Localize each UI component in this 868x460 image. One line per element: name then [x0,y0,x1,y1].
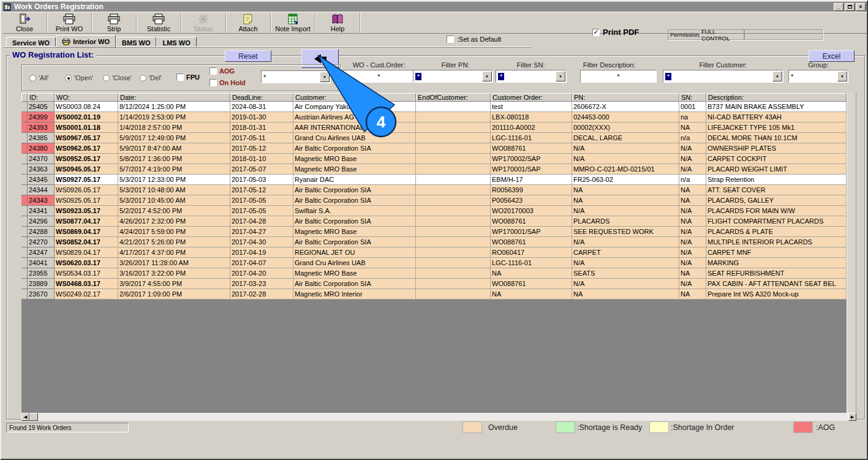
col-header-desc[interactable]: Description: [706,93,847,102]
col-header-end_customer[interactable]: EndOfCustomer: [416,93,491,102]
set-as-default-checkbox[interactable] [447,36,454,43]
col-header-customer[interactable]: Customer: [293,93,416,102]
restore-button[interactable] [845,3,855,11]
group-filter-combobox[interactable]: *▼ [788,70,848,83]
table-row[interactable]: 24399WS0002.01.191/14/2019 2:53:00 PM201… [21,112,856,123]
note-import-button[interactable]: Note Import [271,12,315,33]
radio-open[interactable] [65,75,72,81]
table-row[interactable]: 24341WS0923.05.175/2/2017 4:52:00 PM2017… [21,206,856,216]
cell-customer: Air Baltic Corporation SIA [293,216,416,227]
legend-swatch [556,421,575,433]
table-row[interactable]: 24270WS0852.04.174/21/2017 5:26:00 PM201… [21,237,856,247]
tab-bms-wo[interactable]: BMS WO [116,37,156,47]
cell-sn: NA [679,185,706,195]
cell-pn: N/A [572,279,679,289]
print-wo-button[interactable]: Print WO [47,12,92,33]
dropdown-arrow-icon[interactable]: ▼ [556,71,565,81]
filter-customer-combobox[interactable]: *▼ [663,70,783,83]
tab-service-wo[interactable]: Service WO [6,37,56,47]
vertical-scrollbar[interactable] [847,93,856,413]
strip-button[interactable]: Strip [92,12,137,33]
radio-close[interactable] [103,75,110,81]
table-row[interactable]: 24343WS0925.05.175/3/2017 10:45:00 AM201… [21,195,856,206]
quick-filter-combobox[interactable]: * ▼ [261,70,331,83]
col-header-id[interactable]: ID: [28,93,55,102]
dropdown-arrow-icon[interactable]: ▼ [482,71,492,81]
table-row[interactable]: 24296WS0877.04.174/26/2017 2:32:00 PM201… [21,216,856,227]
scroll-left-icon[interactable]: ◀ [21,413,29,421]
table-row[interactable]: 24288WS0869.04.174/24/2017 5:59:00 PM201… [21,227,856,237]
dropdown-arrow-icon[interactable]: ▼ [320,72,330,82]
horizontal-scrollbar[interactable]: ◀ ▶ [21,413,856,421]
minimize-button[interactable]: _ [834,3,843,11]
scroll-right-icon[interactable]: ▶ [848,413,856,421]
scrollbar-thumb[interactable] [29,413,38,421]
col-header-deadline[interactable]: DeadLine: [230,93,293,102]
table-row[interactable]: 24363WS0945.05.175/7/2017 4:19:00 PM2017… [21,164,856,175]
cell-pn: N/A [572,154,679,164]
table-row[interactable]: 24380WS0962.05.175/9/2017 8:47:00 AM2017… [21,143,856,154]
table-row[interactable]: 23955WS0534.03.173/16/2017 3:22:00 PM201… [21,268,856,279]
help-button[interactable]: Help [315,12,360,33]
filter-description-input[interactable]: * [580,70,657,83]
cell-deadline: 2018-01-31 [230,123,293,133]
fpu-checkbox[interactable] [176,74,184,81]
cell-wo: WS0952.05.17 [55,154,118,164]
col-header-pn[interactable]: PN: [572,93,679,102]
print-pdf-checkbox[interactable]: ✓ [592,29,600,36]
table-row[interactable]: 24345WS0927.05.175/3/2017 12:33:00 PM201… [21,175,856,185]
row-indicator [21,289,28,300]
back-arrow-icon [312,53,329,65]
permission-label: Permission: [668,29,700,40]
col-header-sn[interactable]: SN: [679,93,706,102]
table-row[interactable]: 24385WS0967.05.175/9/2017 12:49:00 PM201… [21,133,856,143]
col-header-ind[interactable] [21,93,28,102]
table-row[interactable]: 23889WS0468.03.173/9/2017 4:55:00 PM2017… [21,279,856,289]
attach-button[interactable]: Attach [226,12,271,33]
tab-lms-wo[interactable]: LMS WO [156,37,196,47]
statistic-button[interactable]: Statistic [137,12,181,33]
radio-del[interactable] [140,75,146,81]
col-header-date[interactable]: Date: [118,93,230,102]
excel-button[interactable]: Excel [809,50,855,62]
legend-label: :Shortage is Ready [577,423,642,432]
cell-customer: Ryanair DAC [293,175,416,185]
cell-deadline: 2017-05-07 [230,164,293,175]
col-header-wo[interactable]: WO: [55,93,118,102]
aog-checkbox[interactable] [209,67,217,75]
reset-button[interactable]: Reset [225,50,271,62]
cell-sn: 0001 [679,102,706,112]
dropdown-arrow-icon[interactable]: ▼ [772,71,782,81]
cell-date: 8/12/2024 1:25:00 PM [118,102,230,112]
table-row[interactable]: 24370WS0952.05.175/8/2017 1:36:00 PM2018… [21,154,856,164]
printer-icon [152,13,165,25]
wo-cust-order-input[interactable]: * [343,70,415,83]
row-indicator [21,164,28,175]
close-button[interactable]: Close [2,12,47,33]
filter-customer-label: Filter Customer: [663,61,783,69]
cell-id: 24343 [28,195,55,206]
cell-sn: na [679,112,706,123]
radio-all[interactable] [29,75,36,81]
tab-interior-wo[interactable]: Interior WO [56,35,116,47]
close-window-button[interactable]: × [856,3,866,11]
table-row[interactable]: 24393WS0001.01.181/4/2018 2:57:00 PM2018… [21,123,856,133]
col-header-order[interactable]: Customer Order: [491,93,572,102]
row-indicator [21,112,28,123]
dropdown-arrow-icon[interactable]: ▼ [837,71,847,81]
cell-sn: NA [679,268,706,279]
cell-deadline: 2017-05-05 [230,206,293,216]
table-row[interactable]: 23670WS0249.02.172/6/2017 1:09:00 PM2017… [21,289,856,300]
cell-wo: WS0945.05.17 [55,164,118,175]
table-row[interactable]: 24041WS0620.03.173/26/2017 11:28:00 AM20… [21,258,856,268]
on-hold-checkbox[interactable] [209,79,217,86]
table-row[interactable]: 25405WS0003.08.248/12/2024 1:25:00 PM202… [21,102,856,112]
table-row[interactable]: 24247WS0829.04.174/17/2017 4:37:00 PM201… [21,247,856,258]
filter-pn-combobox[interactable]: *▼ [413,70,493,83]
cell-end_customer [416,164,491,175]
work-orders-grid: ID:WO:Date:DeadLine:Customer:EndOfCustom… [21,93,856,300]
table-row[interactable]: 24344WS0926.05.175/3/2017 10:48:00 AM201… [21,185,856,195]
cell-desc: PLACARD WEIGHT LIMIT [706,164,847,175]
cell-pn: 00002(XXX) [572,123,679,133]
filter-sn-combobox[interactable]: *▼ [496,70,567,83]
